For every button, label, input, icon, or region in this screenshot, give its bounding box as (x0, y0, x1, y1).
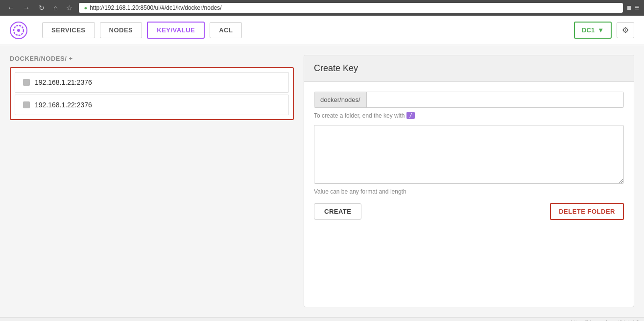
browser-chrome: ← → ↻ ⌂ ☆ ● http://192.168.1.20:8500/ui/… (0, 0, 644, 16)
create-key-title: Create Key (314, 63, 358, 73)
tab-nodes[interactable]: NODES (100, 22, 143, 38)
dc1-dropdown[interactable]: DC1 ▼ (574, 22, 612, 39)
kv-item-icon (23, 101, 30, 108)
value-hint: Value can be any format and length (314, 188, 624, 195)
consul-logo (10, 22, 27, 39)
menu-icon[interactable]: ≡ (635, 3, 639, 12)
kv-list-container: 192.168.1.21:2376 192.168.1.22:2376 (10, 67, 294, 120)
main-content: DOCKER/NODES/ + 192.168.1.21:2376 192.16… (0, 45, 644, 317)
star-button[interactable]: ☆ (64, 3, 75, 13)
list-item[interactable]: 192.168.1.22:2376 (15, 95, 289, 115)
create-button[interactable]: CREATE (314, 203, 361, 220)
folder-hint: To create a folder, end the key with / (314, 112, 624, 119)
breadcrumb-text: DOCKER/NODES/ + (10, 55, 73, 62)
tab-services[interactable]: SERVICES (42, 22, 95, 38)
create-key-body: docker/nodes/ To create a folder, end th… (304, 82, 634, 230)
key-prefix: docker/nodes/ (314, 92, 367, 107)
key-input-row: docker/nodes/ (314, 92, 624, 108)
svg-point-2 (17, 29, 20, 32)
tab-acl[interactable]: ACL (210, 22, 242, 38)
breadcrumb: DOCKER/NODES/ + (10, 55, 294, 62)
settings-button[interactable]: ⚙ (617, 22, 634, 38)
status-url: https://blog.csdn.net/hjyhyb0 (571, 320, 639, 321)
reload-button[interactable]: ↻ (36, 3, 47, 13)
kv-item-label: 192.168.1.21:2376 (35, 78, 92, 86)
key-input[interactable] (367, 92, 623, 107)
right-panel: Create Key docker/nodes/ To create a fol… (304, 55, 634, 307)
lock-icon: ● (84, 5, 87, 11)
kv-item-icon (23, 79, 30, 86)
gear-icon: ⚙ (622, 26, 629, 34)
extensions-icon[interactable]: ■ (627, 3, 632, 12)
status-bar: https://blog.csdn.net/hjyhyb0 (0, 317, 644, 321)
dc1-label: DC1 (582, 26, 595, 34)
slash-badge: / (406, 112, 415, 119)
kv-item-label: 192.168.1.22:2376 (35, 101, 92, 109)
forward-button[interactable]: → (21, 3, 32, 13)
left-panel: DOCKER/NODES/ + 192.168.1.21:2376 192.16… (10, 55, 294, 307)
address-bar[interactable]: ● http://192.168.1.20:8500/ui/#/dc1/kv/d… (79, 3, 623, 13)
create-key-header: Create Key (304, 55, 634, 82)
url-text: http://192.168.1.20:8500/ui/#/dc1/kv/doc… (90, 4, 222, 11)
action-row: CREATE DELETE FOLDER (314, 203, 624, 220)
app-header: SERVICES NODES KEY/VALUE ACL DC1 ▼ ⚙ (0, 16, 644, 45)
home-button[interactable]: ⌂ (51, 3, 60, 13)
value-textarea[interactable] (314, 125, 624, 184)
list-item[interactable]: 192.168.1.21:2376 (15, 72, 289, 93)
folder-hint-text: To create a folder, end the key with (314, 112, 405, 119)
browser-right-icons: ■ ≡ (627, 3, 639, 12)
tab-keyvalue[interactable]: KEY/VALUE (147, 22, 205, 39)
delete-folder-button[interactable]: DELETE FOLDER (550, 203, 624, 220)
back-button[interactable]: ← (5, 3, 17, 13)
chevron-down-icon: ▼ (597, 26, 604, 34)
